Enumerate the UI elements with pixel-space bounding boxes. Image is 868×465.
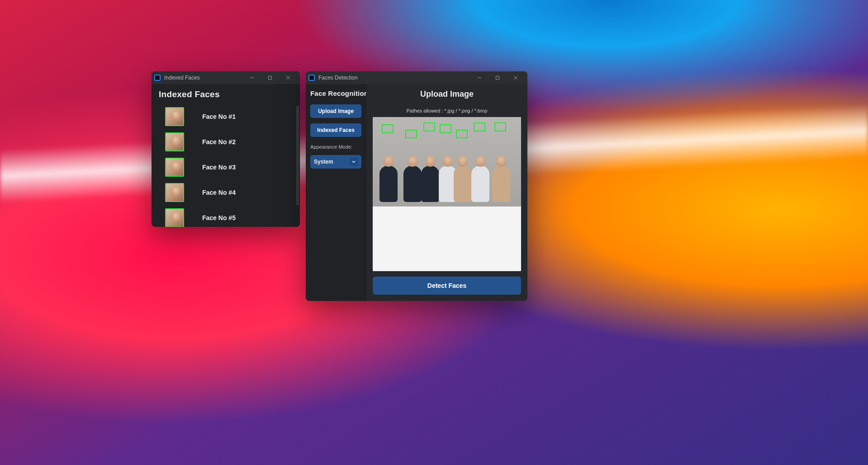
face-label: Face No #2 xyxy=(202,138,236,146)
detect-faces-button[interactable]: Detect Faces xyxy=(373,277,521,295)
face-label: Face No #4 xyxy=(202,189,236,196)
face-label: Face No #5 xyxy=(202,214,236,221)
faces-detection-window: Faces Detection Face Recognition Upload … xyxy=(306,71,527,301)
face-box xyxy=(440,124,451,133)
appearance-mode-select[interactable]: System xyxy=(310,155,361,169)
list-item[interactable]: Face No #3 xyxy=(154,155,294,180)
main-panel: Upload Image Pathes allowed : *.jpg / *.… xyxy=(366,84,527,301)
face-thumbnail xyxy=(165,158,184,177)
indexed-faces-heading: Indexed Faces xyxy=(159,89,294,99)
titlebar[interactable]: Indexed Faces xyxy=(152,71,300,84)
face-box xyxy=(405,130,417,139)
minimize-button[interactable] xyxy=(470,71,489,84)
svg-rect-5 xyxy=(496,76,499,80)
app-icon xyxy=(154,75,161,81)
close-button[interactable] xyxy=(279,71,297,84)
face-thumbnail xyxy=(165,107,184,126)
allowed-paths-hint: Pathes allowed : *.jpg / *.png / *.bmp xyxy=(373,108,521,113)
face-box xyxy=(474,122,485,132)
list-item[interactable]: Face No #1 xyxy=(154,104,294,129)
upload-image-heading: Upload Image xyxy=(373,89,521,99)
desktop-wallpaper: Indexed Faces Indexed Faces Face No #1 xyxy=(0,0,868,465)
face-thumbnail xyxy=(165,183,184,202)
face-thumbnail xyxy=(165,132,184,151)
upload-image-button[interactable]: Upload Image xyxy=(310,104,361,118)
minimize-button[interactable] xyxy=(243,71,261,84)
face-box xyxy=(423,122,435,132)
indexed-faces-button[interactable]: Indexed Faces xyxy=(310,123,361,137)
sidebar: Face Recognition Upload Image Indexed Fa… xyxy=(306,84,366,301)
face-box xyxy=(382,124,394,133)
close-button[interactable] xyxy=(507,71,525,84)
image-preview xyxy=(373,117,521,271)
indexed-faces-window: Indexed Faces Indexed Faces Face No #1 xyxy=(152,71,300,227)
list-item[interactable]: Face No #4 xyxy=(154,180,294,205)
face-label: Face No #1 xyxy=(202,113,236,120)
face-thumbnail xyxy=(165,208,184,227)
svg-rect-1 xyxy=(269,76,272,80)
vertical-scrollbar[interactable] xyxy=(296,106,299,205)
maximize-button[interactable] xyxy=(489,71,507,84)
sidebar-heading: Face Recognition xyxy=(310,89,361,97)
face-box xyxy=(456,130,468,139)
uploaded-photo xyxy=(373,117,521,207)
appearance-mode-value: System xyxy=(314,159,333,165)
appearance-mode-label: Appearance Mode: xyxy=(310,144,361,150)
window-title: Indexed Faces xyxy=(164,75,200,81)
titlebar[interactable]: Faces Detection xyxy=(306,71,527,84)
indexed-faces-list: Face No #1 Face No #2 Face No #3 Face No… xyxy=(154,104,294,227)
list-item[interactable]: Face No #2 xyxy=(154,129,294,155)
window-title: Faces Detection xyxy=(318,75,358,81)
maximize-button[interactable] xyxy=(261,71,279,84)
list-item[interactable]: Face No #5 xyxy=(154,205,294,227)
face-box xyxy=(494,122,506,132)
chevron-down-icon xyxy=(350,158,358,166)
app-icon xyxy=(308,75,315,81)
face-label: Face No #3 xyxy=(202,164,236,171)
